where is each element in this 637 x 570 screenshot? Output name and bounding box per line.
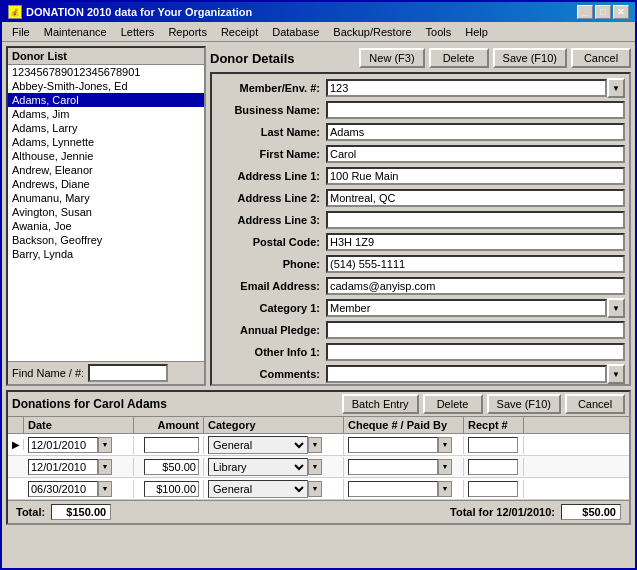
input-first-name[interactable] [326,145,625,163]
donations-save-button[interactable]: Save (F10) [487,394,561,414]
form-row-category1: Category 1: ▼ [216,298,625,318]
cat-arrow-2[interactable]: ▼ [308,481,322,497]
input-address2[interactable] [326,189,625,207]
category-select-1[interactable]: General Library [208,458,308,476]
input-other-info1[interactable] [326,343,625,361]
category-select-0[interactable]: General Library [208,436,308,454]
window-controls: _ □ ✕ [577,5,629,19]
category-cell-0: General Library ▼ [204,435,344,455]
menu-backup-restore[interactable]: Backup/Restore [327,25,417,39]
cheque-arrow-0[interactable]: ▼ [438,437,452,453]
maximize-button[interactable]: □ [595,5,611,19]
donor-item-12[interactable]: Backson, Geoffrey [8,233,204,247]
date-dropdown-0[interactable]: ▼ [98,437,112,453]
date-cell-1: ▼ [24,458,134,476]
delete-button[interactable]: Delete [429,48,489,68]
date-input-0[interactable] [28,437,98,453]
input-business-name[interactable] [326,101,625,119]
menu-reports[interactable]: Reports [162,25,213,39]
category1-dropdown-arrow[interactable]: ▼ [607,298,625,318]
input-postal-code[interactable] [326,233,625,251]
details-header: Donor Details New (F3) Delete Save (F10)… [210,46,631,70]
save-button[interactable]: Save (F10) [493,48,567,68]
donor-item-1[interactable]: Abbey-Smith-Jones, Ed [8,79,204,93]
donor-item-4[interactable]: Adams, Larry [8,121,204,135]
receipt-input-0[interactable] [468,437,518,453]
menu-letters[interactable]: Letters [115,25,161,39]
input-address3[interactable] [326,211,625,229]
donor-item-5[interactable]: Adams, Lynnette [8,135,204,149]
donation-row-2: ▼ General Library ▼ ▼ [8,478,629,500]
donations-total-row: Total: $150.00 Total for 12/01/2010: $50… [8,500,629,523]
donor-item-2[interactable]: Adams, Carol [8,93,204,107]
minimize-button[interactable]: _ [577,5,593,19]
cancel-button[interactable]: Cancel [571,48,631,68]
total-label: Total: [16,506,45,518]
donor-item-13[interactable]: Barry, Lynda [8,247,204,261]
form-row-address3: Address Line 3: [216,210,625,230]
donor-item-3[interactable]: Adams, Jim [8,107,204,121]
label-business-name: Business Name: [216,104,326,116]
new-button[interactable]: New (F3) [359,48,424,68]
donor-item-10[interactable]: Avington, Susan [8,205,204,219]
amount-input-0[interactable] [144,437,199,453]
donor-item-6[interactable]: Althouse, Jennie [8,149,204,163]
receipt-input-1[interactable] [468,459,518,475]
form-row-first-name: First Name: [216,144,625,164]
date-input-2[interactable] [28,481,98,497]
menu-database[interactable]: Database [266,25,325,39]
date-cell-2: ▼ [24,480,134,498]
batch-entry-button[interactable]: Batch Entry [342,394,419,414]
cheque-cell-2: ▼ [344,480,464,498]
donations-delete-button[interactable]: Delete [423,394,483,414]
cheque-arrow-2[interactable]: ▼ [438,481,452,497]
top-section: Donor List 123456789012345678901 Abbey-S… [6,46,631,386]
cheque-input-1[interactable] [348,459,438,475]
input-phone[interactable] [326,255,625,273]
amount-cell-0 [134,436,204,454]
find-input[interactable] [88,364,168,382]
date-cell-0: ▼ [24,436,134,454]
close-button[interactable]: ✕ [613,5,629,19]
menu-tools[interactable]: Tools [420,25,458,39]
donor-item-0[interactable]: 123456789012345678901 [8,65,204,79]
cheque-arrow-1[interactable]: ▼ [438,459,452,475]
input-member-env[interactable] [326,79,607,97]
input-category1[interactable] [326,299,607,317]
menu-receipt[interactable]: Receipt [215,25,264,39]
cat-arrow-1[interactable]: ▼ [308,459,322,475]
donations-cancel-button[interactable]: Cancel [565,394,625,414]
amount-cell-2 [134,480,204,498]
member-env-dropdown-arrow[interactable]: ▼ [607,78,625,98]
menu-help[interactable]: Help [459,25,494,39]
amount-input-2[interactable] [144,481,199,497]
date-dropdown-1[interactable]: ▼ [98,459,112,475]
date-dropdown-2[interactable]: ▼ [98,481,112,497]
input-address1[interactable] [326,167,625,185]
form-row-postal-code: Postal Code: [216,232,625,252]
comments-dropdown-arrow[interactable]: ▼ [607,364,625,384]
receipt-input-2[interactable] [468,481,518,497]
donor-item-11[interactable]: Awania, Joe [8,219,204,233]
cheque-input-0[interactable] [348,437,438,453]
amount-input-1[interactable] [144,459,199,475]
category-select-2[interactable]: General Library [208,480,308,498]
donor-item-8[interactable]: Andrews, Diane [8,177,204,191]
input-comments[interactable] [326,365,607,383]
cheque-input-2[interactable] [348,481,438,497]
menu-file[interactable]: File [6,25,36,39]
input-email[interactable] [326,277,625,295]
cat-arrow-0[interactable]: ▼ [308,437,322,453]
label-member-env: Member/Env. #: [216,82,326,94]
input-last-name[interactable] [326,123,625,141]
donor-item-7[interactable]: Andrew, Eleanor [8,163,204,177]
donations-table: Date Amount Category Cheque # / Paid By … [8,417,629,500]
donor-list-title: Donor List [8,48,204,65]
header-icon-col [8,417,24,433]
input-annual-pledge[interactable] [326,321,625,339]
donor-item-9[interactable]: Anumanu, Mary [8,191,204,205]
form-row-annual-pledge: Annual Pledge: [216,320,625,340]
menu-maintenance[interactable]: Maintenance [38,25,113,39]
date-input-1[interactable] [28,459,98,475]
donor-list-scroll[interactable]: 123456789012345678901 Abbey-Smith-Jones,… [8,65,204,361]
